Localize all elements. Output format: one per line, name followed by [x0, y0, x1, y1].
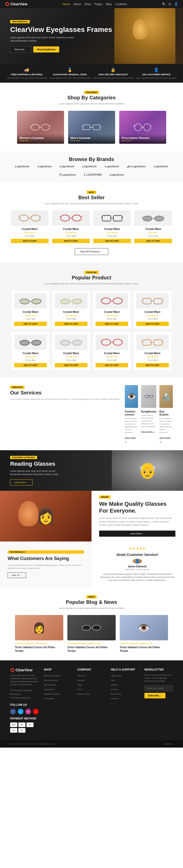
popular-product-2-cart[interactable]: ADD TO CART [55, 322, 87, 326]
brand-10[interactable]: Logodsum [107, 172, 126, 177]
blog-post-3: 👁️ Tortor Habitant Cursus Vel Tortor Hab… [120, 615, 168, 653]
svg-line-48 [101, 300, 101, 300]
product-4-cart-button[interactable]: ADD TO CART [134, 239, 172, 243]
popular-product-7-cart[interactable]: ADD TO CART [96, 363, 128, 367]
help-link-6[interactable]: Services [111, 698, 119, 700]
newsletter-input[interactable] [145, 685, 173, 691]
popular-product-4-name: Crystal Wave [136, 311, 169, 313]
follow-us-heading: Follow Us [10, 703, 38, 706]
brand-7[interactable]: Logodsum [151, 164, 171, 169]
nav-blog[interactable]: Blog [106, 3, 111, 6]
nav-home[interactable]: Home [62, 3, 70, 6]
youtube-icon[interactable]: y [33, 709, 38, 714]
shop-eyeglasses-button[interactable]: Shop Eyeglasses [33, 46, 59, 53]
shop-now-button[interactable]: Shop Now → [10, 46, 31, 53]
company-link-1[interactable]: About Us [77, 675, 86, 677]
category-mens-link[interactable]: Shop Now → [71, 140, 112, 142]
svg-point-30 [143, 216, 152, 221]
search-icon[interactable]: 🔍 [162, 3, 166, 6]
popular-product-4-cart[interactable]: ADD TO CART [136, 322, 169, 326]
category-womens[interactable]: Women's Eyewear Shop Now → [17, 111, 64, 144]
help-link-2[interactable]: FAQ [111, 679, 115, 681]
logo[interactable]: ⭕ ClearView [5, 2, 27, 6]
blog-post-1-title[interactable]: Tortor Habitant Cursus Vel Pellen Torque [15, 646, 63, 653]
testimonials-left: TESTIMONIALS What Customers Are Saying L… [0, 541, 92, 587]
svg-point-61 [73, 340, 82, 345]
bestseller-section: BEST Best Seller Lacus egestas enim quis… [0, 183, 183, 263]
instagram-icon[interactable]: in [25, 709, 31, 714]
brand-5[interactable]: Logodsum [102, 164, 122, 169]
service-3: 🔬 Eye Exams Lorem ipsum dolor sit amet, … [159, 385, 173, 443]
help-link-1[interactable]: Help Center [111, 675, 122, 677]
popular-product-3-cart[interactable]: ADD TO CART [96, 322, 128, 326]
popular-product-6-name: Crystal Wave [55, 352, 87, 355]
shop-link-1[interactable]: Women's Eyewear [44, 675, 60, 677]
twitter-icon[interactable]: t [18, 709, 23, 714]
popular-product-1-image [14, 293, 47, 309]
category-mens[interactable]: Men's Eyewear Shop Now → [68, 111, 115, 144]
svg-line-44 [82, 300, 82, 301]
brand-4[interactable]: Logodsum [80, 164, 99, 169]
service-1-link[interactable]: Show Detail → [125, 437, 136, 442]
brand-1[interactable]: Logodsum [12, 164, 32, 169]
company-link-4[interactable]: Press [77, 688, 82, 690]
nav-locations[interactable]: Locations [115, 3, 127, 6]
brand-3[interactable]: Logodsum [57, 164, 77, 169]
shop-link-5[interactable]: Reading Glasses [44, 693, 59, 695]
product-2-cart-button[interactable]: ADD TO CART [52, 239, 90, 243]
services-desc: Lorem ipsum volutpat lacinia quis urna c… [10, 398, 120, 401]
facebook-icon[interactable]: f [10, 709, 16, 714]
reading-learn-button[interactable]: Learn More → [10, 479, 32, 486]
shop-links: Women's Eyewear Men's Eyewear Kids Eyewe… [44, 674, 72, 700]
popular-product-8-cart[interactable]: ADD TO CART [136, 363, 169, 367]
shop-link-4[interactable]: Sunglasses [44, 688, 54, 690]
brand-8[interactable]: Ƒ Logodsum [57, 172, 78, 178]
help-link-3[interactable]: Contact [111, 684, 118, 686]
service-2-link[interactable]: Show Detail → [141, 430, 155, 433]
user-icon[interactable]: 👤 [174, 3, 178, 6]
popular-grid-2: Crystal Wave ★★★★★ From $48 ADD TO CART … [10, 332, 173, 370]
product-1-cart-button[interactable]: ADD TO CART [11, 239, 49, 243]
brand-9[interactable]: Σ LOGOPSIM [81, 172, 104, 177]
quality-learn-button[interactable]: Learn More → [99, 531, 175, 537]
category-womens-link[interactable]: Shop Now → [20, 140, 61, 142]
company-link-2[interactable]: Careers [77, 679, 84, 681]
category-prescription[interactable]: Prescription Glasses Shop Now → [119, 111, 166, 144]
help-link-4[interactable]: Returns [111, 688, 118, 690]
service-3-link[interactable]: Show Detail → [159, 437, 170, 442]
brand-6[interactable]: 𝒻𝒶𝓈 Logodsum [125, 164, 148, 169]
svg-line-18 [19, 216, 19, 217]
shop-link-6[interactable]: Prescription [44, 698, 54, 700]
blog-post-3-title[interactable]: Tortor Habitant Cursus Vel Pellen Torque [120, 646, 168, 653]
shipping-icon: 🚚 [24, 67, 29, 72]
bestseller-title: Best Seller [10, 195, 173, 200]
help-link-5[interactable]: My Account [111, 693, 121, 695]
popular-product-5-cart[interactable]: ADD TO CART [14, 363, 47, 367]
nav-about[interactable]: About [74, 3, 81, 6]
subscribe-button[interactable]: Subscribe → [145, 693, 165, 699]
product-3-cart-button[interactable]: ADD TO CART [93, 239, 131, 243]
footer-company-col: Company About Us Careers Blog Press Priv… [77, 668, 106, 733]
popular-product-1-cart[interactable]: ADD TO CART [14, 322, 47, 326]
view-all-button[interactable]: View All Products → [75, 248, 108, 255]
company-link-3[interactable]: Blog [77, 684, 81, 686]
popular-product-2-price: From $48 [55, 318, 87, 320]
category-womens-title: Women's Eyewear [20, 136, 61, 140]
brand-2[interactable]: Logodsum [35, 164, 54, 169]
shop-link-2[interactable]: Men's Eyewear [44, 679, 57, 681]
service-3-name: Eye Exams [159, 410, 173, 416]
testimonials-view-button[interactable]: View All → [8, 572, 26, 578]
shop-link-3[interactable]: Kids Eyewear [44, 684, 56, 686]
cart-icon[interactable]: 🛒 [168, 3, 172, 6]
feature-title-3: 100% SECURE CHECKOUT [98, 73, 128, 76]
nav-shop[interactable]: Shop [84, 3, 91, 6]
feature-desc-1: Lacus egestas enim quis risus amet quis … [6, 77, 47, 79]
nav-pages[interactable]: Pages [95, 3, 102, 6]
category-prescription-link[interactable]: Shop Now → [122, 140, 164, 142]
blog-grid: 👩 Tortor Habitant Cursus Vel Tortor Habi… [10, 615, 173, 653]
popular-product-6-cart[interactable]: ADD TO CART [55, 363, 87, 367]
company-link-5[interactable]: Privacy Policy [77, 693, 90, 695]
svg-line-58 [19, 341, 20, 342]
blog-post-2-title[interactable]: Tortor Habitant Cursus Vel Pellen Torque [67, 646, 116, 653]
svg-line-23 [60, 216, 60, 217]
